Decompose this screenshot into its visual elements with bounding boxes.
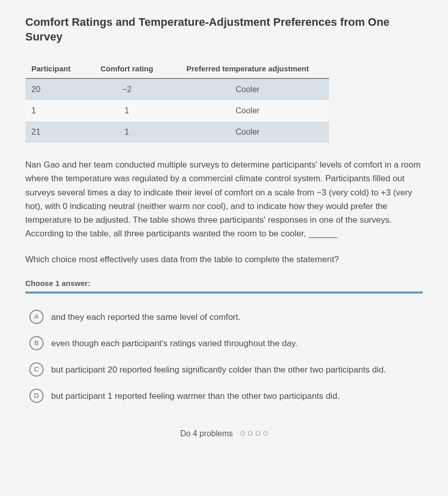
progress-dot-icon [263, 431, 268, 436]
page-title: Comfort Ratings and Temperature-Adjustme… [25, 15, 423, 44]
answer-choices: A and they each reported the same level … [25, 304, 423, 409]
table-header-adjustment: Preferred temperature adjustment [166, 59, 329, 78]
data-table: Participant Comfort rating Preferred tem… [25, 59, 329, 143]
cell-adjustment: Cooler [166, 78, 329, 100]
table-header-rating: Comfort rating [88, 59, 166, 78]
cell-participant: 21 [25, 121, 88, 143]
cell-adjustment: Cooler [166, 100, 329, 121]
table-row: 1 1 Cooler [25, 100, 329, 121]
table-row: 21 1 Cooler [25, 121, 329, 143]
progress-dot-icon [256, 431, 260, 436]
cell-rating: 1 [88, 121, 166, 143]
choice-text-c: but participant 20 reported feeling sign… [51, 362, 386, 377]
choice-b[interactable]: B even though each participant's ratings… [25, 330, 423, 356]
progress-dot-icon [240, 431, 245, 436]
choice-a[interactable]: A and they each reported the same level … [25, 304, 423, 330]
choice-marker-a: A [29, 310, 44, 324]
cell-participant: 20 [25, 78, 88, 100]
cell-participant: 1 [25, 100, 88, 121]
choice-c[interactable]: C but participant 20 reported feeling si… [25, 356, 423, 383]
table-row: 20 −2 Cooler [25, 78, 329, 100]
footer-text: Do 4 problems [180, 429, 233, 438]
choice-text-d: but participant 1 reported feeling warme… [51, 389, 340, 403]
choice-text-a: and they each reported the same level of… [51, 310, 240, 324]
choice-marker-b: B [29, 336, 44, 350]
choice-marker-c: C [29, 362, 44, 377]
question-text: Which choice most effectively uses data … [25, 253, 423, 266]
cell-rating: −2 [88, 78, 166, 100]
choice-text-b: even though each participant's ratings v… [51, 336, 298, 350]
cell-rating: 1 [88, 100, 166, 121]
progress-dots [240, 431, 268, 436]
choice-d[interactable]: D but participant 1 reported feeling war… [25, 383, 423, 409]
cell-adjustment: Cooler [166, 121, 329, 143]
footer: Do 4 problems [25, 429, 423, 438]
table-header-participant: Participant [25, 59, 88, 78]
passage-text: Nan Gao and her team conducted multiple … [25, 158, 423, 240]
progress-dot-icon [248, 431, 253, 436]
choice-marker-d: D [29, 389, 44, 403]
instruction-label: Choose 1 answer: [25, 279, 423, 287]
section-divider [25, 292, 423, 294]
